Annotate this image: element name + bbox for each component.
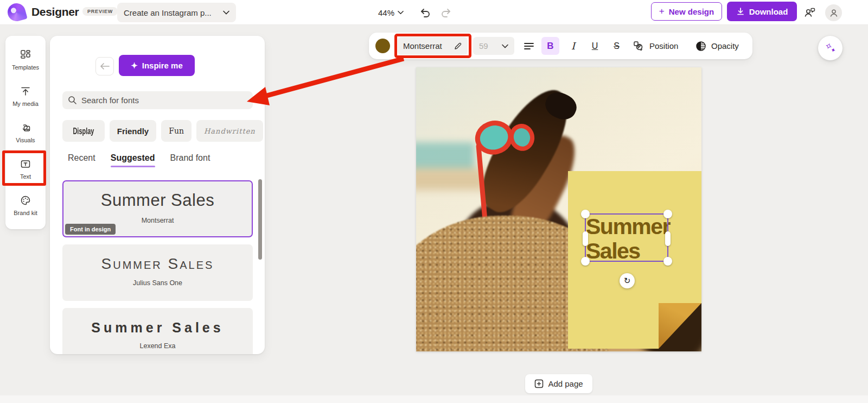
download-icon (736, 7, 745, 16)
font-size-value: 59 (479, 41, 488, 51)
resize-handle-bottom-right[interactable] (663, 257, 672, 266)
font-size-selector[interactable]: 59 (473, 37, 514, 55)
visuals-image-icon (20, 122, 31, 134)
font-search-box[interactable] (62, 91, 253, 109)
font-category-chips: Display Friendly Fun Handwritten Mo (62, 120, 265, 142)
chevron-down-icon (502, 44, 508, 48)
font-name: Julius Sans One (62, 279, 253, 287)
sidebar-item-templates[interactable]: Templates (5, 49, 46, 71)
designer-logo (5, 1, 27, 23)
undo-button[interactable] (417, 4, 433, 21)
palette-icon (20, 194, 31, 206)
templates-grid-icon (20, 49, 31, 61)
zoom-level: 44% (378, 8, 394, 17)
font-name: Lexend Exa (62, 342, 253, 350)
plus-icon: + (659, 6, 665, 17)
sidebar-item-label: Visuals (16, 137, 35, 143)
designer-app: Designer PREVIEW Create an Instagram p..… (0, 0, 868, 403)
opacity-button[interactable]: Opacity (695, 37, 739, 55)
font-panel: ✦ Inspire me Display Friendly Fun Handwr… (50, 36, 265, 354)
chip-handwritten[interactable]: Handwritten (196, 120, 263, 142)
align-left-icon (524, 42, 534, 51)
upload-icon (20, 85, 31, 97)
text-toolbar: Montserrat 59 B I U S Position Opacity (369, 33, 752, 59)
font-sample: Summer Sales (63, 191, 252, 210)
sidebar-item-brand-kit[interactable]: Brand kit (5, 194, 46, 216)
inspire-me-button[interactable]: ✦ Inspire me (119, 55, 195, 76)
sidebar-item-label: Brand kit (14, 210, 37, 216)
search-icon (68, 96, 77, 105)
redo-icon (441, 7, 452, 18)
sparkle-icon: ✦ (131, 61, 138, 71)
tab-suggested[interactable]: Suggested (111, 153, 155, 167)
top-header: Designer PREVIEW Create an Instagram p..… (0, 0, 868, 25)
sidebar-item-label: Templates (12, 64, 39, 71)
font-list-scrollbar[interactable] (258, 179, 262, 260)
chip-friendly[interactable]: Friendly (110, 120, 156, 142)
font-card-lexend-exa[interactable]: Summer Sales Lexend Exa (62, 308, 253, 354)
font-name: Montserrat (63, 217, 252, 224)
font-in-design-badge: Font in design (65, 224, 116, 235)
chip-display[interactable]: Display (62, 120, 105, 142)
rotate-handle[interactable]: ↻ (620, 273, 635, 288)
underline-button[interactable]: U (586, 37, 604, 55)
bottom-strip (0, 395, 868, 403)
resize-handle-top-left[interactable] (581, 210, 590, 218)
current-font-name: Montserrat (403, 41, 442, 51)
person-icon (829, 8, 839, 18)
design-canvas[interactable]: Summer Sales ↻ (416, 67, 701, 351)
arrow-left-icon (100, 62, 110, 70)
copilot-fab[interactable]: ✧ ✦ (818, 36, 843, 60)
app-title: Designer (31, 5, 79, 18)
zoom-control[interactable]: 44% (378, 0, 404, 25)
chevron-down-icon (223, 10, 229, 15)
add-page-button[interactable]: Add page (525, 374, 592, 393)
left-sidebar: Templates My media Visuals Text Brand ki… (5, 36, 46, 229)
undo-icon (419, 7, 431, 18)
sidebar-item-text[interactable]: Text (5, 158, 46, 180)
account-avatar[interactable] (825, 4, 842, 21)
font-family-selector[interactable]: Montserrat (398, 37, 468, 55)
sidebar-item-my-media[interactable]: My media (5, 85, 46, 107)
person-feedback-icon (803, 6, 816, 19)
sidebar-item-visuals[interactable]: Visuals (5, 122, 46, 143)
pencil-icon (454, 42, 462, 51)
font-card-julius-sans-one[interactable]: Summer Sales Julius Sans One (62, 244, 253, 301)
sidebar-item-label: My media (12, 100, 39, 107)
new-design-button[interactable]: + New design (651, 2, 722, 21)
font-sample: Summer Sales (62, 255, 253, 273)
download-button[interactable]: Download (727, 2, 797, 21)
strikethrough-button[interactable]: S (608, 37, 626, 55)
position-layers-icon (633, 40, 644, 52)
tab-recent[interactable]: Recent (68, 153, 95, 167)
font-card-montserrat[interactable]: Summer Sales Montserrat Font in design (62, 180, 253, 237)
document-title: Create an Instagram p... (124, 8, 218, 17)
add-page-icon (534, 379, 544, 388)
chip-fun[interactable]: Fun (161, 120, 192, 142)
resize-handle-left[interactable] (583, 231, 588, 246)
resize-handle-right[interactable] (665, 231, 671, 246)
italic-button[interactable]: I (564, 37, 582, 55)
redo-button[interactable] (438, 4, 455, 21)
position-button[interactable]: Position (633, 37, 678, 55)
resize-handle-bottom-left[interactable] (581, 257, 590, 266)
back-button[interactable] (95, 57, 114, 75)
text-align-button[interactable] (520, 37, 538, 55)
font-sample: Summer Sales (62, 320, 253, 336)
text-selection-box[interactable] (585, 213, 668, 262)
tab-brand-font[interactable]: Brand font (170, 153, 210, 167)
document-title-dropdown[interactable]: Create an Instagram p... (117, 3, 236, 22)
search-input[interactable] (81, 96, 247, 105)
text-color-swatch[interactable] (375, 39, 390, 53)
rotate-icon: ↻ (624, 276, 631, 286)
preview-badge: PREVIEW (82, 7, 118, 16)
font-tabs: Recent Suggested Brand font (68, 153, 210, 167)
text-icon (20, 158, 31, 170)
bold-button[interactable]: B (541, 37, 559, 55)
chevron-down-icon (398, 10, 404, 15)
resize-handle-top-right[interactable] (663, 210, 672, 218)
feedback-button[interactable] (802, 4, 818, 21)
opacity-icon (695, 41, 706, 52)
sidebar-item-label: Text (20, 173, 31, 180)
